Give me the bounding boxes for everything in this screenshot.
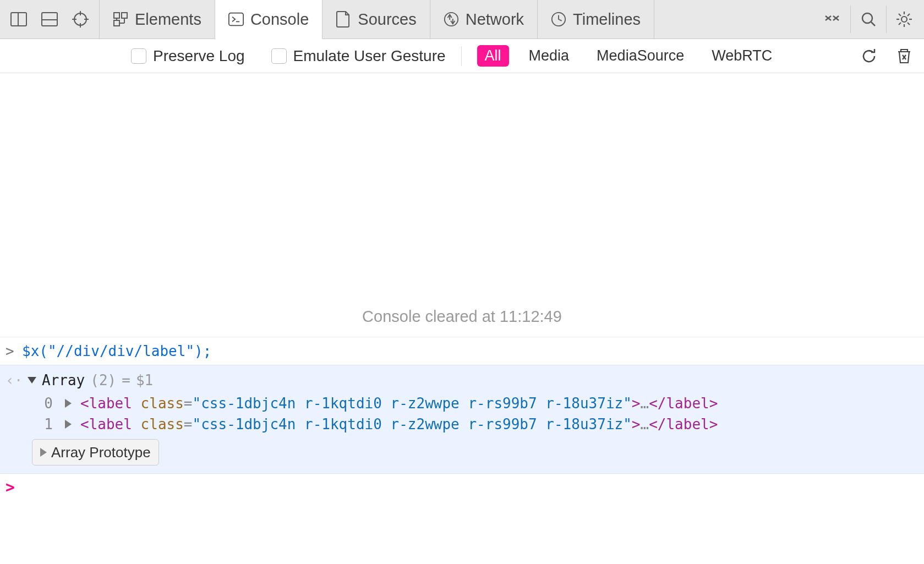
svg-rect-10 — [122, 13, 127, 18]
console-input-row: > $x("//div/div/label"); — [0, 337, 924, 365]
scope-mediasource[interactable]: MediaSource — [589, 45, 692, 67]
console-cleared-message: Console cleared at 11:12:49 — [0, 73, 924, 337]
array-item-0[interactable]: 0 <label class="css-1dbjc4n r-1kqtdi0 r-… — [6, 393, 918, 414]
preserve-log-toggle[interactable]: Preserve Log — [131, 47, 245, 65]
disclosure-right-icon[interactable] — [65, 399, 72, 408]
tab-label: Network — [466, 10, 524, 29]
svg-rect-9 — [114, 13, 119, 18]
input-prompt-icon: > — [6, 341, 22, 362]
preserve-log-label: Preserve Log — [153, 47, 245, 65]
svg-point-21 — [901, 17, 907, 22]
gear-icon[interactable] — [890, 5, 918, 34]
result-prompt-icon: ‹· — [6, 370, 22, 391]
console-rows: > $x("//div/div/label"); ‹· Array (2) = … — [0, 337, 924, 501]
console-result-row: ‹· Array (2) = $1 0 <label class="css-1d… — [0, 365, 924, 474]
array-prototype-chip[interactable]: Array Prototype — [32, 439, 159, 466]
dollar-var: $1 — [136, 370, 153, 391]
toolbar-divider — [886, 6, 887, 33]
checkbox-icon — [131, 48, 146, 64]
emulate-gesture-label: Emulate User Gesture — [293, 47, 446, 65]
array-label[interactable]: Array — [42, 370, 85, 391]
svg-point-19 — [862, 13, 872, 23]
tab-sources[interactable]: Sources — [322, 0, 430, 39]
filter-divider — [461, 46, 462, 66]
svg-line-28 — [899, 23, 901, 25]
sources-icon — [336, 12, 351, 27]
search-icon[interactable] — [854, 5, 883, 34]
checkbox-icon — [271, 48, 287, 64]
proto-label: Array Prototype — [51, 442, 151, 463]
tab-elements[interactable]: Elements — [100, 0, 215, 39]
disclosure-down-icon[interactable] — [28, 377, 36, 384]
network-icon — [444, 12, 459, 27]
dock-side-icon[interactable] — [4, 5, 33, 34]
scope-all[interactable]: All — [477, 45, 509, 67]
live-prompt-icon: > — [6, 478, 15, 496]
scope-webrtc[interactable]: WebRTC — [704, 45, 780, 67]
tab-network[interactable]: Network — [430, 0, 538, 39]
toolbar-right — [813, 0, 924, 39]
clear-console-icon[interactable] — [893, 45, 915, 67]
svg-line-20 — [871, 22, 875, 26]
array-index: 1 — [40, 414, 53, 435]
elements-icon — [113, 12, 128, 27]
tab-label: Elements — [135, 10, 201, 29]
devtools-toolbar: Elements Console Sources Network Timelin… — [0, 0, 924, 39]
console-filter-bar: Preserve Log Emulate User Gesture All Me… — [0, 39, 924, 73]
svg-point-17 — [445, 13, 458, 26]
svg-rect-15 — [229, 13, 243, 26]
reload-icon[interactable] — [858, 45, 880, 67]
svg-line-27 — [907, 23, 910, 25]
tab-label: Sources — [358, 10, 416, 29]
console-live-prompt[interactable]: > — [0, 474, 924, 501]
toolbar-divider — [850, 6, 851, 33]
tab-console[interactable]: Console — [215, 0, 322, 39]
array-item-1[interactable]: 1 <label class="css-1dbjc4n r-1kqtdi0 r-… — [6, 414, 918, 435]
tab-strip: Elements Console Sources Network Timelin… — [100, 0, 813, 39]
equals-sign: = — [122, 370, 130, 391]
console-command[interactable]: $x("//div/div/label"); — [22, 341, 211, 362]
svg-line-26 — [899, 14, 901, 16]
console-body: Console cleared at 11:12:49 > $x("//div/… — [0, 73, 924, 564]
svg-rect-11 — [114, 20, 119, 26]
console-icon — [228, 12, 244, 27]
tab-timelines[interactable]: Timelines — [538, 0, 654, 39]
inspect-icon[interactable] — [66, 5, 95, 34]
timelines-icon — [551, 12, 566, 27]
svg-line-29 — [907, 14, 910, 16]
dock-bottom-icon[interactable] — [35, 5, 64, 34]
tab-label: Timelines — [573, 10, 641, 29]
tab-label: Console — [250, 10, 309, 29]
dock-controls — [0, 0, 99, 39]
scope-media[interactable]: Media — [521, 45, 577, 67]
emulate-gesture-toggle[interactable]: Emulate User Gesture — [271, 47, 446, 65]
disclosure-right-icon — [40, 448, 47, 457]
overflow-icon[interactable] — [818, 5, 847, 34]
array-index: 0 — [40, 393, 53, 414]
disclosure-right-icon[interactable] — [65, 420, 72, 429]
array-count: (2) — [90, 370, 116, 391]
